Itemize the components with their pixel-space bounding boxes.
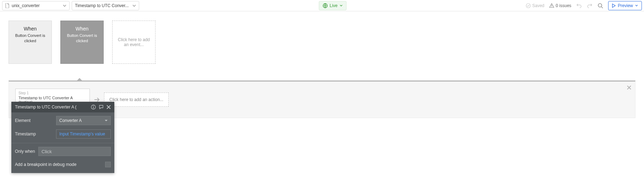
add-event-button[interactable]: Click here to add an event... [112, 21, 155, 64]
warning-icon [549, 3, 554, 8]
chevron-down-icon [105, 120, 108, 122]
check-circle-icon [526, 3, 531, 8]
add-action-label: Click here to add an action... [109, 97, 163, 102]
search-button[interactable] [597, 3, 603, 9]
step-label: Step 1 [18, 91, 87, 95]
comment-icon[interactable] [99, 105, 104, 110]
divider [11, 143, 114, 143]
timestamp-label: Timestamp [15, 132, 53, 136]
dialog-header[interactable]: Timestamp to UTC Converter A ( [11, 102, 114, 112]
globe-icon [323, 3, 328, 8]
saved-indicator: Saved [526, 3, 544, 8]
topbar-left: unix_converter Timestamp to UTC Conver..… [2, 1, 139, 10]
timestamp-row: Timestamp Input Timestamp's value [15, 129, 111, 139]
svg-point-1 [526, 4, 530, 8]
topbar-right: Saved 0 issues Preview [526, 1, 642, 10]
workflow-selector[interactable]: Timestamp to UTC Conver... [72, 1, 139, 10]
svg-point-4 [598, 4, 602, 7]
chevron-down-icon [132, 5, 136, 7]
only-when-label: Only when [15, 149, 36, 154]
panel-arrow-icon [77, 78, 82, 80]
svg-point-3 [551, 6, 552, 7]
svg-line-5 [601, 7, 603, 8]
topbar-center: Live [141, 1, 524, 10]
event-card[interactable]: When Button Convert is clicked [9, 21, 52, 64]
element-select[interactable]: Converter A [56, 116, 111, 125]
only-when-row: Only when [15, 147, 111, 156]
file-icon [5, 3, 10, 8]
info-icon[interactable] [91, 105, 96, 110]
timestamp-value: Input Timestamp's value [59, 132, 105, 136]
play-icon [612, 4, 616, 8]
event-desc: Button Convert is clicked [61, 33, 103, 44]
dialog-body: Element Converter A Timestamp Input Time… [11, 112, 114, 173]
topbar: unix_converter Timestamp to UTC Conver..… [0, 0, 644, 11]
timestamp-expression[interactable]: Input Timestamp's value [56, 129, 111, 139]
breakpoint-label: Add a breakpoint in debug mode [15, 162, 76, 167]
event-title: When [76, 26, 89, 32]
workflow-canvas: When Button Convert is clicked When Butt… [0, 11, 644, 73]
event-title: When [24, 26, 37, 32]
issues-button[interactable]: 0 issues [549, 3, 571, 8]
workflow-name: Timestamp to UTC Conver... [75, 3, 129, 8]
chevron-down-icon [635, 5, 638, 6]
page-name: unix_converter [12, 3, 40, 8]
add-event-label: Click here to add an event... [118, 37, 150, 47]
event-card-selected[interactable]: When Button Convert is clicked [60, 21, 104, 64]
redo-button[interactable] [587, 3, 593, 9]
dialog-title: Timestamp to UTC Converter A ( [15, 105, 88, 110]
element-value: Converter A [59, 118, 82, 123]
issues-label: 0 issues [556, 3, 571, 8]
element-label: Element [15, 118, 53, 123]
breakpoint-checkbox[interactable] [105, 162, 111, 167]
close-panel-button[interactable] [627, 85, 632, 90]
version-selector[interactable]: Live [319, 1, 346, 10]
breakpoint-row: Add a breakpoint in debug mode [15, 160, 111, 171]
events-row: When Button Convert is clicked When Butt… [9, 21, 635, 64]
event-desc: Button Convert is clicked [9, 33, 51, 44]
element-row: Element Converter A [15, 116, 111, 125]
page-selector[interactable]: unix_converter [2, 1, 70, 10]
chevron-down-icon [63, 5, 66, 7]
close-icon[interactable] [107, 105, 111, 109]
chevron-down-icon [340, 5, 343, 6]
svg-point-8 [93, 106, 94, 106]
only-when-input[interactable] [38, 147, 111, 156]
preview-label: Preview [618, 3, 633, 8]
undo-button[interactable] [576, 3, 582, 9]
live-label: Live [330, 3, 338, 8]
saved-label: Saved [532, 3, 544, 8]
arrow-right-icon [94, 97, 100, 102]
property-dialog: Timestamp to UTC Converter A ( Element C… [11, 102, 114, 173]
preview-button[interactable]: Preview [608, 1, 642, 10]
